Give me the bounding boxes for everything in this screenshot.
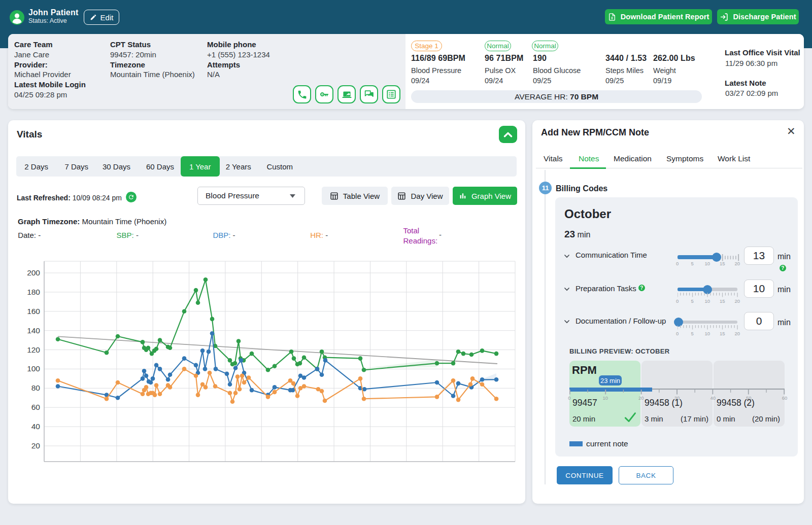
svg-text:140: 140 (27, 326, 40, 335)
svg-text:20: 20 (31, 441, 41, 450)
svg-text:40: 40 (31, 422, 41, 431)
svg-text:60: 60 (31, 403, 41, 411)
svg-text:160: 160 (27, 307, 40, 316)
svg-text:100: 100 (27, 364, 40, 373)
svg-text:80: 80 (31, 383, 41, 392)
svg-text:120: 120 (27, 345, 40, 354)
svg-text:180: 180 (27, 288, 40, 296)
svg-text:200: 200 (27, 268, 40, 277)
